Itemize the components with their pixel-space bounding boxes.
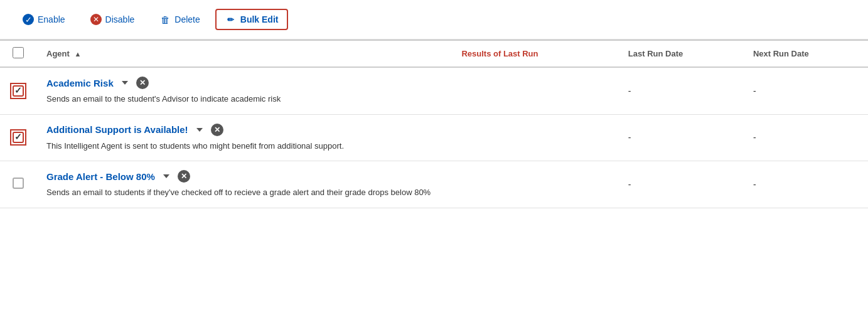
results-cell: [451, 161, 618, 208]
row-checkbox-cell: [0, 67, 36, 114]
bulk-edit-label: Bulk Edit: [240, 14, 279, 24]
agent-cell: Academic Risk ✕Sends an email to the stu…: [36, 67, 451, 114]
row-checkbox[interactable]: [13, 178, 24, 189]
row-checkbox-cell: [0, 114, 36, 161]
select-all-checkbox[interactable]: [13, 47, 24, 58]
delete-button[interactable]: 🗑 Delete: [149, 9, 210, 30]
svg-marker-2: [163, 174, 169, 178]
next-run-date-cell: -: [743, 161, 868, 208]
svg-marker-1: [196, 128, 203, 132]
agent-description: This Intelligent Agent is sent to studen…: [46, 140, 441, 152]
row-checkbox[interactable]: [13, 85, 24, 97]
agent-name-link[interactable]: Grade Alert - Below 80%: [46, 171, 155, 182]
disable-label: Disable: [105, 14, 135, 24]
chevron-down-icon[interactable]: [119, 77, 131, 89]
enable-button[interactable]: ✓ Enable: [13, 9, 75, 30]
close-circle-icon[interactable]: ✕: [178, 170, 190, 183]
enable-icon: ✓: [23, 14, 34, 25]
sort-arrow-icon: ▲: [74, 50, 81, 58]
select-all-header: [0, 40, 36, 67]
agents-table: Agent ▲ Results of Last Run Last Run Dat…: [0, 40, 868, 208]
trash-icon: 🗑: [159, 14, 171, 25]
column-agent: Agent ▲: [36, 40, 451, 67]
column-last-run: Last Run Date: [618, 40, 743, 67]
agent-description: Sends an email to students if they've ch…: [46, 186, 441, 199]
row-checkbox[interactable]: [13, 132, 24, 143]
next-run-date-cell: -: [743, 114, 868, 161]
last-run-date-cell: -: [618, 67, 743, 114]
chevron-down-icon[interactable]: [160, 170, 173, 183]
enable-label: Enable: [38, 14, 65, 24]
last-run-date-cell: -: [618, 161, 743, 208]
toolbar: ✓ Enable ✕ Disable 🗑 Delete ✏ Bulk Edit: [0, 0, 868, 40]
row-checkbox-cell: [0, 161, 36, 208]
results-cell: [451, 114, 618, 161]
bulk-edit-button[interactable]: ✏ Bulk Edit: [215, 9, 289, 30]
column-next-run: Next Run Date: [743, 40, 868, 67]
agent-name-link[interactable]: Additional Support is Available!: [46, 124, 188, 135]
svg-marker-0: [122, 81, 128, 85]
delete-label: Delete: [174, 14, 200, 24]
next-run-date-cell: -: [743, 67, 868, 114]
column-results: Results of Last Run: [451, 40, 618, 67]
agent-cell: Additional Support is Available! ✕This I…: [36, 114, 451, 161]
agent-cell: Grade Alert - Below 80% ✕Sends an email …: [36, 161, 451, 208]
chevron-down-icon[interactable]: [193, 124, 206, 136]
pencil-icon: ✏: [225, 14, 237, 25]
results-cell: [451, 67, 618, 114]
checkbox-wrapper: [10, 83, 26, 99]
table-row: Additional Support is Available! ✕This I…: [0, 114, 868, 161]
close-circle-icon[interactable]: ✕: [211, 124, 223, 136]
last-run-date-cell: -: [618, 114, 743, 161]
disable-icon: ✕: [90, 14, 102, 25]
agent-description: Sends an email to the student's Advisor …: [46, 93, 441, 105]
checkbox-wrapper: [10, 129, 26, 146]
table-row: Academic Risk ✕Sends an email to the stu…: [0, 67, 868, 114]
table-header-row: Agent ▲ Results of Last Run Last Run Dat…: [0, 40, 868, 67]
disable-button[interactable]: ✕ Disable: [80, 9, 145, 30]
agent-name-link[interactable]: Academic Risk: [46, 78, 114, 88]
table-row: Grade Alert - Below 80% ✕Sends an email …: [0, 161, 868, 208]
close-circle-icon[interactable]: ✕: [136, 77, 149, 89]
